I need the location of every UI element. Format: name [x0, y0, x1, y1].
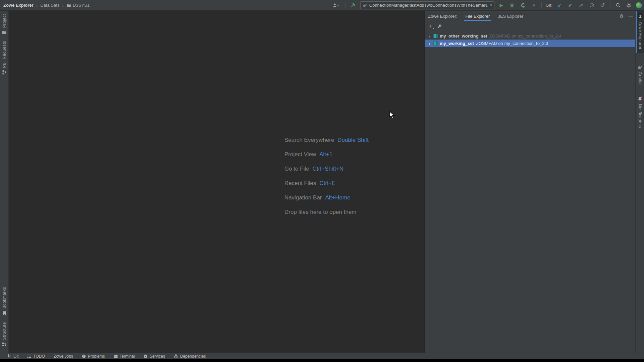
- tree-row-working-set[interactable]: › my_working_set ZOSMFAD on my_connectio…: [425, 40, 635, 47]
- search-everywhere-button[interactable]: [614, 2, 622, 9]
- left-rail-top-group: Project Pull Requests: [0, 11, 8, 78]
- drop-files-hint: Drop files here to open them: [284, 209, 357, 216]
- pull-request-icon: [2, 70, 7, 75]
- breadcrumb-separator-icon: ›: [36, 3, 38, 8]
- folder-icon: [66, 3, 71, 7]
- shortcut-keys: Alt+Home: [325, 194, 351, 201]
- shortcut-action-label: Search Everywhere: [284, 137, 334, 143]
- shortcut-hint-row: Project View Alt+1: [284, 147, 369, 162]
- gradle-icon: [637, 65, 643, 69]
- left-rail-bottom-group: Bookmarks Structure: [0, 284, 8, 353]
- breadcrumb-item-datasets[interactable]: Data Sets: [40, 3, 59, 8]
- chevron-right-icon[interactable]: ›: [427, 41, 431, 46]
- terminal-icon: [114, 354, 118, 358]
- bug-icon: [509, 3, 515, 8]
- tool-window-button-zowe-explorer[interactable]: Z Zowe Explorer: [636, 11, 644, 53]
- left-tool-window-bar: Project Pull Requests Bookmarks Structur…: [0, 11, 9, 353]
- caret-down-icon: ▾: [337, 4, 339, 7]
- tree-row-other-working-set[interactable]: › my_other_working_set ZOSMFAD on my_con…: [425, 32, 635, 40]
- toolbar-actions: ▾ ConnectionManager.testAddTwoConnection…: [330, 1, 642, 9]
- tool-window-label: Gradle: [638, 72, 642, 85]
- chevron-down-icon: ▾: [490, 3, 492, 7]
- status-bar: Git TODO Zowe Jobs Problems Terminal Ser…: [0, 353, 644, 359]
- add-working-set-button[interactable]: + ▾: [429, 23, 432, 29]
- bookmark-icon: [2, 311, 6, 315]
- hide-tool-window-button[interactable]: —: [629, 14, 633, 18]
- tool-window-header: Zowe Explorer: File Explorer JES Explore…: [425, 11, 635, 21]
- tool-window-label: Bookmarks: [2, 287, 7, 309]
- zowe-icon: Z: [638, 13, 643, 19]
- main-toolbar: Zowe Explorer › Data Sets › D3SYS1 ▾ Con…: [0, 0, 644, 11]
- drop-files-hint-row: Drop files here to open them: [284, 205, 369, 219]
- run-configuration-name: ConnectionManager.testAddTwoConnectionsW…: [369, 3, 488, 8]
- status-bar-item-terminal[interactable]: Terminal: [114, 354, 135, 359]
- window-bottom-edge: [0, 359, 644, 362]
- tool-window-label: Zowe Explorer: [638, 21, 643, 50]
- run-button[interactable]: ▶: [498, 2, 505, 9]
- working-set-name: my_working_set: [440, 41, 474, 46]
- editor-empty-area: Search Everywhere Double Shift Project V…: [9, 11, 424, 353]
- hammer-icon: [350, 2, 356, 8]
- bell-icon: [637, 96, 643, 102]
- git-commit-button[interactable]: ✔: [567, 2, 574, 9]
- settings-button[interactable]: [625, 2, 633, 9]
- shortcut-keys: Alt+1: [319, 151, 332, 158]
- clock-icon: [589, 3, 594, 8]
- rollback-button[interactable]: ↺: [599, 2, 606, 9]
- gear-icon: [619, 14, 624, 18]
- status-bar-label: TODO: [33, 354, 45, 359]
- toolbar-divider: [345, 2, 345, 8]
- toolbar-divider: [541, 2, 542, 8]
- breadcrumb-item-root[interactable]: Zowe Explorer: [3, 3, 34, 8]
- status-bar-label: Services: [150, 354, 165, 359]
- run-configuration-select[interactable]: ConnectionManager.testAddTwoConnectionsW…: [360, 1, 494, 9]
- working-set-tree: › my_other_working_set ZOSMFAD on my_con…: [425, 32, 635, 47]
- shortcut-hint-row: Recent Files Ctrl+E: [284, 176, 369, 190]
- status-bar-item-services[interactable]: Services: [144, 354, 165, 359]
- todo-list-icon: [27, 354, 31, 358]
- edit-working-sets-button[interactable]: [437, 24, 442, 29]
- tool-window-button-structure[interactable]: Structure: [0, 319, 8, 350]
- git-update-button[interactable]: ↙: [556, 2, 563, 9]
- wrench-icon: [437, 24, 442, 29]
- debug-button[interactable]: [508, 2, 516, 9]
- status-bar-item-zowe-jobs[interactable]: Zowe Jobs: [54, 354, 73, 359]
- zowe-explorer-tool-window: Zowe Explorer: File Explorer JES Explore…: [424, 11, 635, 353]
- folder-icon: [2, 30, 7, 34]
- chevron-right-icon[interactable]: ›: [427, 33, 431, 39]
- git-push-button[interactable]: ↗: [577, 2, 585, 9]
- stop-button[interactable]: ■: [530, 2, 537, 9]
- shortcut-hint-row: Navigation Bar Alt+Home: [284, 190, 369, 205]
- tool-window-label: Structure: [2, 322, 7, 340]
- status-bar-item-todo[interactable]: TODO: [27, 354, 45, 359]
- tool-window-settings-button[interactable]: [619, 14, 624, 18]
- run-config-gradle-icon: [363, 3, 367, 7]
- status-bar-item-problems[interactable]: Problems: [82, 354, 105, 359]
- shortcut-action-label: Recent Files: [284, 180, 316, 187]
- tab-file-explorer[interactable]: File Explorer: [465, 11, 490, 21]
- tab-jes-explorer[interactable]: JES Explorer: [498, 11, 523, 21]
- tool-window-button-bookmarks[interactable]: Bookmarks: [0, 284, 8, 319]
- run-with-coverage-button[interactable]: [519, 2, 527, 9]
- tool-window-button-pull-requests[interactable]: Pull Requests: [0, 38, 8, 78]
- status-bar-item-dependencies[interactable]: Dependencies: [174, 354, 206, 359]
- working-set-icon: [433, 41, 438, 46]
- tool-window-button-gradle[interactable]: Gradle: [636, 62, 644, 88]
- tool-window-button-notifications[interactable]: Notifications: [636, 93, 644, 131]
- breadcrumb-item-dataset[interactable]: D3SYS1: [66, 3, 90, 8]
- user-profile-button[interactable]: ▾: [330, 2, 341, 9]
- caret-down-icon: ▾: [433, 27, 434, 30]
- code-with-me-sphere-icon[interactable]: [636, 2, 642, 8]
- tool-window-label: Pull Requests: [2, 41, 7, 68]
- dependencies-layers-icon: [174, 354, 178, 358]
- local-history-button[interactable]: [588, 2, 595, 9]
- shortcut-action-label: Navigation Bar: [284, 194, 322, 201]
- build-project-button[interactable]: [350, 2, 357, 9]
- tool-window-button-project[interactable]: Project: [0, 11, 8, 38]
- structure-icon: [2, 342, 6, 347]
- coverage-icon: [520, 3, 526, 8]
- toolbar-divider: [610, 2, 610, 8]
- git-branch-icon: [7, 354, 11, 358]
- status-bar-item-git[interactable]: Git: [7, 354, 18, 359]
- search-icon: [615, 3, 621, 8]
